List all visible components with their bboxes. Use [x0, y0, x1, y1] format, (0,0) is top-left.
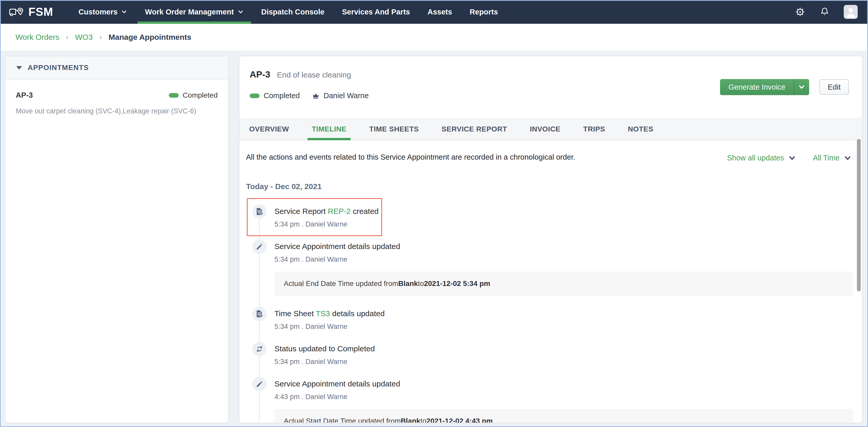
- tab-notes[interactable]: NOTES: [628, 118, 653, 140]
- appointment-detail-header: AP-3 End of lease cleaning Completed Dan…: [239, 56, 862, 118]
- nav-item-label: Reports: [470, 8, 498, 16]
- event-detail-text: to: [418, 279, 424, 288]
- nav-item-label: Services And Parts: [342, 8, 410, 16]
- pencil-icon: [252, 377, 267, 391]
- generate-invoice-label: Generate Invoice: [720, 79, 794, 95]
- event-title: Service Appointment details updated: [274, 379, 853, 389]
- owner-wrap: Daniel Warne: [312, 91, 369, 100]
- event-time-author: 5:34 pm . Daniel Warne: [274, 255, 853, 264]
- event-title-text: Service Appointment details updated: [274, 379, 400, 388]
- breadcrumb-wo3[interactable]: WO3: [75, 33, 93, 41]
- timeline-event: Status updated to Completed5:34 pm . Dan…: [252, 342, 862, 366]
- event-title-text: Service Report: [274, 207, 328, 215]
- nav-item-label: Work Order Management: [145, 8, 234, 16]
- chevron-down-icon: [121, 9, 127, 15]
- event-title: Service Report REP-2 created: [274, 206, 379, 216]
- owner-name: Daniel Warne: [323, 91, 369, 100]
- event-body: Status updated to Completed5:34 pm . Dan…: [274, 342, 375, 366]
- nav-item-label: Customers: [79, 8, 118, 16]
- tab-time-sheets[interactable]: TIME SHEETS: [369, 118, 419, 140]
- record-link[interactable]: REP-2: [328, 207, 351, 215]
- timeline-tab-content: All the actions and events related to th…: [239, 140, 862, 423]
- truck-logo-icon: [9, 6, 24, 18]
- show-all-updates-dropdown[interactable]: Show all updates: [727, 154, 796, 162]
- show-all-updates-label: Show all updates: [727, 154, 784, 162]
- timeline-event: Service Appointment details updated4:43 …: [252, 377, 862, 423]
- tab-timeline[interactable]: TIMELINE: [312, 118, 346, 140]
- time-range-dropdown[interactable]: All Time: [813, 154, 851, 162]
- event-body: Time Sheet TS3 details updated5:34 pm . …: [274, 307, 385, 331]
- crown-icon: [312, 92, 320, 100]
- notification-bell-icon[interactable]: [819, 7, 830, 17]
- collapse-triangle-icon: [16, 66, 22, 69]
- breadcrumb-band: Work Orders›WO3›Manage Appointments: [0, 24, 868, 51]
- chevron-down-icon: [238, 9, 244, 15]
- timeline-events: Service Report REP-2 created5:34 pm . Da…: [239, 204, 862, 423]
- chevron-down-icon: [788, 154, 796, 162]
- nav-item-reports[interactable]: Reports: [461, 0, 507, 24]
- nav-item-customers[interactable]: Customers: [70, 0, 136, 24]
- nav-item-services-and-parts[interactable]: Services And Parts: [333, 0, 419, 24]
- event-time-author: 5:34 pm . Daniel Warne: [274, 357, 375, 366]
- event-detail-box: Actual Start Date Time updated from Blan…: [274, 409, 853, 423]
- breadcrumb-work-orders[interactable]: Work Orders: [16, 33, 59, 41]
- nav-right-actions: [795, 5, 868, 19]
- event-title: Service Appointment details updated: [274, 242, 853, 251]
- appointment-list: AP-3 Completed Move out carpet cleaning …: [5, 80, 228, 116]
- event-title: Time Sheet TS3 details updated: [274, 309, 385, 318]
- appointment-id: AP-3: [250, 69, 270, 80]
- top-navigation-bar: FSM CustomersWork Order ManagementDispat…: [0, 0, 868, 24]
- tab-trips[interactable]: TRIPS: [583, 118, 605, 140]
- event-body: Service Appointment details updated5:34 …: [274, 240, 853, 296]
- event-detail-text: 2021-12-02 5:34 pm: [424, 279, 490, 288]
- tab-invoice[interactable]: INVOICE: [530, 118, 560, 140]
- breadcrumb-separator: ›: [99, 33, 102, 41]
- nav-item-label: Dispatch Console: [261, 8, 324, 16]
- event-detail-box: Actual End Date Time updated from Blank …: [274, 272, 853, 296]
- event-detail-text: Blank: [398, 279, 418, 288]
- tab-service-report[interactable]: SERVICE REPORT: [441, 118, 507, 140]
- timeline-event: Time Sheet TS3 details updated5:34 pm . …: [252, 307, 862, 331]
- generate-invoice-dropdown-caret[interactable]: [794, 79, 809, 95]
- appointments-panel: APPOINTMENTS AP-3 Completed Move out car…: [5, 56, 228, 423]
- status-pill: [250, 93, 259, 98]
- fsm-logo[interactable]: FSM: [9, 5, 53, 18]
- nav-menu: CustomersWork Order ManagementDispatch C…: [70, 0, 507, 24]
- event-detail-text: Actual End Date Time updated from: [284, 279, 398, 288]
- vertical-scrollbar[interactable]: [857, 139, 861, 292]
- status-sync-icon: [252, 342, 267, 356]
- appointments-section-title: APPOINTMENTS: [28, 64, 89, 72]
- event-title-text: Time Sheet: [274, 309, 316, 318]
- nav-item-work-order-management[interactable]: Work Order Management: [136, 0, 252, 24]
- time-sheet-icon: [252, 307, 267, 321]
- service-report-icon: [252, 204, 267, 219]
- timeline-event: Service Report REP-2 created5:34 pm . Da…: [252, 204, 862, 228]
- status-pill: [169, 93, 179, 98]
- edit-button[interactable]: Edit: [819, 79, 849, 95]
- appointments-section-header[interactable]: APPOINTMENTS: [5, 56, 228, 80]
- record-link[interactable]: TS3: [316, 309, 330, 318]
- appointment-item-status: Completed: [183, 91, 218, 99]
- header-buttons: Generate Invoice Edit: [720, 79, 849, 95]
- event-time-author: 5:34 pm . Daniel Warne: [274, 322, 385, 331]
- tab-overview[interactable]: OVERVIEW: [249, 118, 289, 140]
- generate-invoice-button[interactable]: Generate Invoice: [720, 79, 809, 95]
- event-detail-text: Actual Start Date Time updated from: [284, 417, 401, 423]
- event-title-text: details updated: [330, 309, 385, 318]
- nav-item-dispatch-console[interactable]: Dispatch Console: [252, 0, 333, 24]
- status-label: Completed: [264, 91, 300, 100]
- chevron-down-icon: [844, 154, 851, 162]
- settings-gear-icon[interactable]: [795, 6, 806, 17]
- timeline-filters: Show all updates All Time: [727, 154, 851, 162]
- appointment-detail-panel: AP-3 End of lease cleaning Completed Dan…: [239, 56, 863, 423]
- event-body: Service Appointment details updated4:43 …: [274, 377, 853, 423]
- event-body: Service Report REP-2 created5:34 pm . Da…: [274, 204, 379, 228]
- timeline-date-heading: Today - Dec 02, 2021: [246, 182, 862, 191]
- event-detail-text: Blank: [401, 417, 420, 423]
- breadcrumb: Work Orders›WO3›Manage Appointments: [0, 24, 868, 51]
- tab-bar: OVERVIEWTIMELINETIME SHEETSSERVICE REPOR…: [239, 118, 862, 140]
- user-avatar[interactable]: [844, 5, 858, 19]
- event-title-text: created: [351, 207, 378, 215]
- nav-item-assets[interactable]: Assets: [419, 0, 461, 24]
- appointment-list-item[interactable]: AP-3 Completed Move out carpet cleaning …: [5, 80, 228, 116]
